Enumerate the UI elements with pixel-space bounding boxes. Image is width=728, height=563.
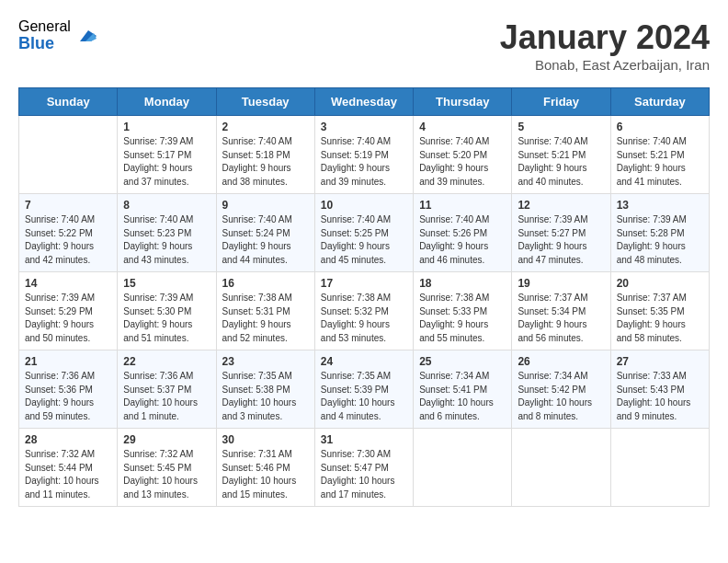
day-number: 19 (518, 277, 604, 290)
calendar-header: SundayMondayTuesdayWednesdayThursdayFrid… (19, 88, 710, 116)
calendar-cell: 7 Sunrise: 7:40 AMSunset: 5:22 PMDayligh… (19, 194, 118, 272)
day-number: 11 (419, 199, 506, 212)
day-number: 14 (25, 277, 111, 290)
page-header: General Blue January 2024 Bonab, East Az… (18, 18, 710, 73)
calendar-body: 1 Sunrise: 7:39 AMSunset: 5:17 PMDayligh… (19, 116, 710, 507)
day-info: Sunrise: 7:40 AMSunset: 5:23 PMDaylight:… (123, 214, 193, 265)
day-number: 7 (25, 199, 111, 212)
day-number: 5 (518, 121, 604, 133)
day-info: Sunrise: 7:39 AMSunset: 5:28 PMDaylight:… (617, 214, 687, 265)
header-day: Monday (118, 88, 216, 116)
logo-blue: Blue (18, 35, 71, 53)
calendar-cell: 30 Sunrise: 7:31 AMSunset: 5:46 PMDaylig… (216, 429, 314, 507)
calendar-cell: 1 Sunrise: 7:39 AMSunset: 5:17 PMDayligh… (118, 116, 216, 194)
day-number: 6 (617, 121, 703, 133)
calendar-cell: 28 Sunrise: 7:32 AMSunset: 5:44 PMDaylig… (19, 429, 118, 507)
day-number: 30 (222, 433, 309, 446)
day-info: Sunrise: 7:40 AMSunset: 5:24 PMDaylight:… (222, 214, 292, 265)
day-number: 27 (617, 355, 703, 368)
logo-general: General (18, 18, 71, 35)
calendar-cell: 31 Sunrise: 7:30 AMSunset: 5:47 PMDaylig… (314, 429, 413, 507)
day-info: Sunrise: 7:34 AMSunset: 5:42 PMDaylight:… (518, 371, 592, 421)
day-number: 28 (25, 433, 111, 446)
calendar-week-row: 28 Sunrise: 7:32 AMSunset: 5:44 PMDaylig… (19, 429, 710, 507)
calendar-cell: 20 Sunrise: 7:37 AMSunset: 5:35 PMDaylig… (610, 272, 709, 350)
calendar-cell: 9 Sunrise: 7:40 AMSunset: 5:24 PMDayligh… (216, 194, 314, 272)
day-info: Sunrise: 7:39 AMSunset: 5:29 PMDaylight:… (25, 293, 95, 343)
day-info: Sunrise: 7:39 AMSunset: 5:27 PMDaylight:… (518, 214, 587, 265)
day-info: Sunrise: 7:40 AMSunset: 5:21 PMDaylight:… (617, 136, 687, 187)
calendar-cell: 8 Sunrise: 7:40 AMSunset: 5:23 PMDayligh… (118, 194, 216, 272)
month-title: January 2024 (500, 18, 710, 57)
calendar-cell: 13 Sunrise: 7:39 AMSunset: 5:28 PMDaylig… (610, 194, 709, 272)
calendar-cell: 11 Sunrise: 7:40 AMSunset: 5:26 PMDaylig… (414, 194, 512, 272)
day-number: 10 (321, 199, 407, 212)
day-info: Sunrise: 7:40 AMSunset: 5:21 PMDaylight:… (518, 136, 587, 187)
day-info: Sunrise: 7:36 AMSunset: 5:36 PMDaylight:… (25, 371, 95, 421)
day-number: 24 (321, 355, 407, 368)
calendar-cell: 26 Sunrise: 7:34 AMSunset: 5:42 PMDaylig… (512, 350, 610, 429)
header-day: Sunday (19, 88, 118, 116)
calendar-cell: 19 Sunrise: 7:37 AMSunset: 5:34 PMDaylig… (512, 272, 610, 350)
day-info: Sunrise: 7:32 AMSunset: 5:45 PMDaylight:… (123, 449, 198, 500)
calendar-cell: 22 Sunrise: 7:36 AMSunset: 5:37 PMDaylig… (118, 350, 216, 429)
calendar-week-row: 21 Sunrise: 7:36 AMSunset: 5:36 PMDaylig… (19, 350, 710, 429)
calendar-cell: 25 Sunrise: 7:34 AMSunset: 5:41 PMDaylig… (414, 350, 512, 429)
calendar-cell: 12 Sunrise: 7:39 AMSunset: 5:27 PMDaylig… (512, 194, 610, 272)
calendar-cell: 27 Sunrise: 7:33 AMSunset: 5:43 PMDaylig… (610, 350, 709, 429)
calendar-cell: 3 Sunrise: 7:40 AMSunset: 5:19 PMDayligh… (314, 116, 413, 194)
header-day: Saturday (610, 88, 709, 116)
calendar-cell: 16 Sunrise: 7:38 AMSunset: 5:31 PMDaylig… (216, 272, 314, 350)
day-number: 9 (222, 199, 309, 212)
calendar-week-row: 14 Sunrise: 7:39 AMSunset: 5:29 PMDaylig… (19, 272, 710, 350)
day-number: 13 (617, 199, 703, 212)
calendar-cell: 29 Sunrise: 7:32 AMSunset: 5:45 PMDaylig… (118, 429, 216, 507)
day-number: 25 (419, 355, 506, 368)
day-number: 8 (123, 199, 210, 212)
day-info: Sunrise: 7:40 AMSunset: 5:22 PMDaylight:… (25, 214, 95, 265)
day-number: 2 (222, 121, 309, 133)
logo-text: General Blue (18, 18, 71, 52)
calendar-cell: 24 Sunrise: 7:35 AMSunset: 5:39 PMDaylig… (314, 350, 413, 429)
day-number: 12 (518, 199, 604, 212)
calendar-week-row: 7 Sunrise: 7:40 AMSunset: 5:22 PMDayligh… (19, 194, 710, 272)
day-info: Sunrise: 7:40 AMSunset: 5:19 PMDaylight:… (321, 136, 391, 187)
calendar-cell: 21 Sunrise: 7:36 AMSunset: 5:36 PMDaylig… (19, 350, 118, 429)
calendar-table: SundayMondayTuesdayWednesdayThursdayFrid… (18, 87, 710, 507)
day-number: 26 (518, 355, 604, 368)
header-day: Friday (512, 88, 610, 116)
location: Bonab, East Azerbaijan, Iran (500, 57, 710, 73)
day-number: 29 (123, 433, 210, 446)
day-info: Sunrise: 7:36 AMSunset: 5:37 PMDaylight:… (123, 371, 198, 421)
day-number: 31 (321, 433, 407, 446)
day-info: Sunrise: 7:35 AMSunset: 5:38 PMDaylight:… (222, 371, 297, 421)
header-day: Thursday (414, 88, 512, 116)
day-number: 17 (321, 277, 407, 290)
calendar-cell: 5 Sunrise: 7:40 AMSunset: 5:21 PMDayligh… (512, 116, 610, 194)
title-area: January 2024 Bonab, East Azerbaijan, Ira… (500, 18, 710, 73)
day-info: Sunrise: 7:40 AMSunset: 5:18 PMDaylight:… (222, 136, 292, 187)
day-info: Sunrise: 7:32 AMSunset: 5:44 PMDaylight:… (25, 449, 99, 500)
calendar-cell: 6 Sunrise: 7:40 AMSunset: 5:21 PMDayligh… (610, 116, 709, 194)
calendar-cell: 17 Sunrise: 7:38 AMSunset: 5:32 PMDaylig… (314, 272, 413, 350)
calendar-cell: 23 Sunrise: 7:35 AMSunset: 5:38 PMDaylig… (216, 350, 314, 429)
day-number: 20 (617, 277, 703, 290)
day-info: Sunrise: 7:38 AMSunset: 5:32 PMDaylight:… (321, 293, 391, 343)
day-number: 23 (222, 355, 309, 368)
day-info: Sunrise: 7:39 AMSunset: 5:17 PMDaylight:… (123, 136, 193, 187)
calendar-cell: 18 Sunrise: 7:38 AMSunset: 5:33 PMDaylig… (414, 272, 512, 350)
day-info: Sunrise: 7:31 AMSunset: 5:46 PMDaylight:… (222, 449, 297, 500)
day-number: 16 (222, 277, 309, 290)
header-row: SundayMondayTuesdayWednesdayThursdayFrid… (19, 88, 710, 116)
day-info: Sunrise: 7:34 AMSunset: 5:41 PMDaylight:… (419, 371, 494, 421)
day-info: Sunrise: 7:40 AMSunset: 5:25 PMDaylight:… (321, 214, 391, 265)
calendar-cell: 10 Sunrise: 7:40 AMSunset: 5:25 PMDaylig… (314, 194, 413, 272)
header-day: Wednesday (314, 88, 413, 116)
day-number: 21 (25, 355, 111, 368)
day-number: 22 (123, 355, 210, 368)
day-number: 18 (419, 277, 506, 290)
day-number: 3 (321, 121, 407, 133)
day-info: Sunrise: 7:38 AMSunset: 5:33 PMDaylight:… (419, 293, 489, 343)
calendar-cell (19, 116, 118, 194)
logo-icon (74, 25, 97, 47)
